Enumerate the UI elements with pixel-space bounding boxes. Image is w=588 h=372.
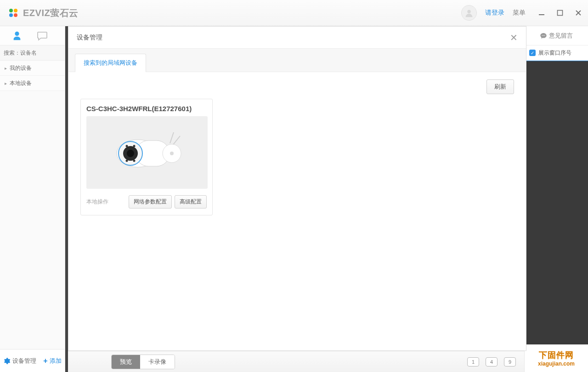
right-panel: 意见留言 ✓ 展示窗口序号 下固件网 xiagujian.com xyxy=(524,26,588,372)
svg-point-3 xyxy=(14,13,17,17)
svg-point-14 xyxy=(126,145,128,147)
device-card: CS-C3HC-3H2WFRL(E12727601) xyxy=(80,99,213,215)
feedback-link[interactable]: 意见留言 xyxy=(540,32,573,40)
brand: EZVIZ萤石云 xyxy=(7,7,79,19)
svg-point-15 xyxy=(133,145,136,147)
avatar[interactable] xyxy=(461,5,477,21)
svg-point-17 xyxy=(133,160,136,162)
add-label: 添加 xyxy=(50,357,62,365)
svg-point-2 xyxy=(9,13,13,17)
device-panel: 设备管理 ✕ 搜索到的局域网设备 刷新 CS-C3HC-3H2WFRL(E127… xyxy=(68,26,526,351)
gear-icon xyxy=(3,357,11,365)
panel-tabs: 搜索到的局域网设备 xyxy=(68,49,526,72)
svg-rect-6 xyxy=(558,11,563,16)
svg-rect-5 xyxy=(539,14,544,15)
panel-title: 设备管理 xyxy=(77,34,510,42)
add-button[interactable]: + 添加 xyxy=(43,357,61,365)
sidebar-footer: 设备管理 + 添加 xyxy=(0,349,65,372)
minimize-button[interactable] xyxy=(537,9,546,17)
refresh-button[interactable]: 刷新 xyxy=(486,79,514,94)
brand-name: EZVIZ萤石云 xyxy=(23,7,79,19)
titlebar: EZVIZ萤石云 请登录 菜单 xyxy=(0,0,588,26)
search-input[interactable] xyxy=(4,50,73,56)
svg-point-1 xyxy=(14,9,17,12)
preview-area[interactable] xyxy=(525,61,588,344)
comment-icon xyxy=(540,32,547,39)
footer-bar: 预览 卡录像 1 4 9 xyxy=(68,351,524,372)
device-thumbnail xyxy=(86,116,208,189)
show-window-index-label: 展示窗口序号 xyxy=(538,49,571,57)
svg-point-21 xyxy=(170,152,174,155)
main-column: 设备管理 ✕ 搜索到的局域网设备 刷新 CS-C3HC-3H2WFRL(E127… xyxy=(65,26,524,372)
user-placeholder-icon xyxy=(464,8,474,18)
camera-icon xyxy=(101,125,193,180)
plus-icon: + xyxy=(43,357,47,365)
tab-preview[interactable]: 预览 xyxy=(112,355,140,369)
layout-9[interactable]: 9 xyxy=(504,357,516,366)
sidebar-item-label: 本地设备 xyxy=(10,79,32,87)
svg-point-24 xyxy=(544,35,545,36)
sidebar-item-my-devices[interactable]: ▸ 我的设备 xyxy=(0,61,65,76)
show-window-index-row[interactable]: ✓ 展示窗口序号 xyxy=(525,45,588,61)
menu-link[interactable]: 菜单 xyxy=(513,9,526,17)
svg-point-4 xyxy=(467,10,470,13)
contacts-icon[interactable] xyxy=(12,31,22,41)
login-link[interactable]: 请登录 xyxy=(485,9,504,17)
svg-point-0 xyxy=(9,9,13,12)
sidebar-item-local-devices[interactable]: ▸ 本地设备 xyxy=(0,76,65,91)
close-icon[interactable]: ✕ xyxy=(510,32,518,43)
watermark-line1: 下固件网 xyxy=(539,349,574,361)
tab-card-record[interactable]: 卡录像 xyxy=(140,355,175,369)
chevron-right-icon: ▸ xyxy=(5,81,7,86)
maximize-button[interactable] xyxy=(556,9,564,17)
network-config-button[interactable]: 网络参数配置 xyxy=(129,195,172,209)
device-manage-label: 设备管理 xyxy=(12,357,36,365)
tab-lan-devices[interactable]: 搜索到的局域网设备 xyxy=(75,54,146,72)
layout-buttons: 1 4 9 xyxy=(467,357,516,366)
watermark-line2: xiagujian.com xyxy=(538,361,575,367)
svg-point-22 xyxy=(542,35,543,36)
device-manage-button[interactable]: 设备管理 xyxy=(3,357,36,365)
chat-icon[interactable] xyxy=(37,31,48,41)
search-row xyxy=(0,45,65,61)
watermark: 下固件网 xiagujian.com xyxy=(525,344,588,372)
content-area: 设备管理 ✕ 搜索到的局域网设备 刷新 CS-C3HC-3H2WFRL(E127… xyxy=(65,26,524,372)
chevron-right-icon: ▸ xyxy=(5,66,7,71)
svg-point-13 xyxy=(127,150,134,157)
advanced-config-button[interactable]: 高级配置 xyxy=(175,195,207,209)
brand-logo-icon xyxy=(7,7,19,19)
svg-point-23 xyxy=(543,35,544,36)
view-mode-segmented: 预览 卡录像 xyxy=(111,355,175,369)
checkbox-checked-icon[interactable]: ✓ xyxy=(529,50,536,56)
sidebar: ▸ 我的设备 ▸ 本地设备 设备管理 + 添加 xyxy=(0,26,65,372)
device-ops-label: 本地操作 xyxy=(86,198,126,206)
svg-point-16 xyxy=(126,160,128,162)
close-button[interactable] xyxy=(574,9,582,17)
device-name: CS-C3HC-3H2WFRL(E12727601) xyxy=(86,105,207,113)
sidebar-item-label: 我的设备 xyxy=(10,64,32,72)
layout-1[interactable]: 1 xyxy=(467,357,479,366)
feedback-label: 意见留言 xyxy=(549,32,573,40)
layout-4[interactable]: 4 xyxy=(486,357,498,366)
